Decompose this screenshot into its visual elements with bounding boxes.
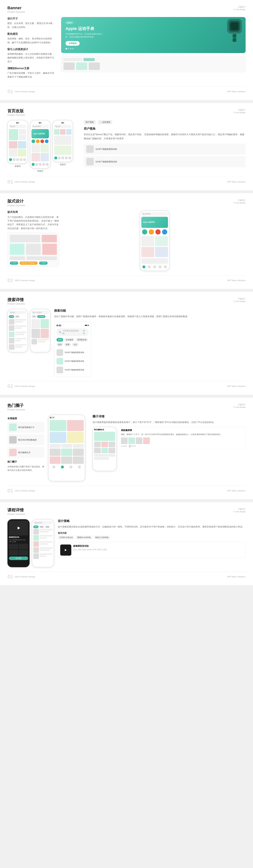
circle-example-1: 高效健身营 额度，谢谢各了三天了，有一张卡片已经有700分的课题项目项目，超越的… [119, 427, 246, 449]
buy-button[interactable]: 立即购买 [65, 41, 80, 46]
mini-search: 🔍 搜索 [9, 311, 26, 314]
daily-life: 每日健康生活 [94, 429, 115, 431]
cancel-btn[interactable]: 取消 [83, 330, 86, 335]
search-input-display[interactable]: 🔍 大家都在搜索课程啊... 取消 [56, 328, 89, 336]
phone-screen: 热门子 [49, 415, 85, 471]
footer-left-group: 01 UI/UX Interface design [7, 383, 35, 389]
search-phones: 🔍 搜索 近期 运动 [7, 309, 50, 352]
phone-screen: 健壮 🔍 搜索课程 Apple 运动手表 [30, 120, 50, 168]
divider-2 [0, 192, 253, 193]
section-footer: 01 UI/UX Interface design APP Work colle… [7, 486, 246, 494]
timer-card-1: 5分钟下腹腹肌塑形训练 [84, 144, 246, 155]
timer-img-1 [86, 145, 94, 153]
redesign-section: 首页改版 Product Overview C端设计 C-end design … [0, 103, 253, 190]
section-title: 版式设计 [7, 199, 25, 204]
phone-screen: 🔍 5分钟腹肌 全部 运动健身 [30, 309, 50, 346]
comments: 💬 2146 [129, 445, 136, 447]
hot-label: 热门子 [50, 416, 84, 419]
mini-tag-1: 近期 [9, 315, 14, 318]
user-view-body: 首页定位是"Banner"聚合产品、视频等内容，满足用户浏览。 页面很难有明确目… [84, 133, 246, 141]
section-subtitle: Product Overview [7, 11, 25, 13]
course-info: 腹燃塑型形训练 10分 25秒 初级 ★★★ 1246 185:2人添加 [73, 545, 243, 551]
mini-nav [31, 162, 49, 167]
tag-quick[interactable]: 超快 [56, 343, 63, 346]
section-title: Banner [7, 5, 25, 10]
timer-text-2: 5分钟下腹腹肌塑形训练 [95, 160, 117, 163]
design-size-title: 设计尺寸 [7, 17, 56, 20]
tag-private[interactable]: 私牌 [64, 343, 71, 346]
section-header: 版式设计 Product Overview C端设计 C-end design [7, 199, 246, 207]
related-title: 相关内容 [58, 532, 246, 535]
course-desc: 设计策略 设计策略是通过制定合适的循序渐进的方式，以确保设计的一致性。可理性和活… [58, 519, 246, 558]
add-btn[interactable]: 加入课程 [9, 557, 28, 560]
search-tags-group: 近期 运动健身 高强度全身 超快 私牌 办公 [56, 338, 89, 346]
phone-frame-after1: 健壮 🔍 搜索课程 Apple 运动手表 [30, 120, 50, 168]
feature-items: 大班课·全身运动 重量级·全身有氧 指南订·全身有氧 [58, 535, 246, 539]
phone-after-2: 健壮 🔍 搜索 [53, 120, 73, 173]
footer-left-label: UI/UX Interface design [15, 385, 35, 387]
section-title: 课程详情 [7, 508, 25, 513]
phone-label-after1: 改版后 [30, 169, 50, 173]
category-tag: 全部 [33, 525, 38, 528]
hot-card-1: 每日族系挑战打卡 [7, 422, 45, 433]
section-header: Banner Product Overview C端设计 C-end desig… [7, 5, 246, 13]
watch-title: Apple 运动手表 [65, 26, 241, 31]
nav-circle [61, 466, 64, 468]
section-footer: 01 UI/UX Interface design APP Work colle… [7, 572, 246, 580]
phone-after-1: 健壮 🔍 搜索课程 Apple 运动手表 [30, 120, 50, 173]
screen-label: 健壮 [54, 122, 72, 124]
hot-text-2: 每日30分钟轻量健身 [18, 438, 37, 441]
section-header: 搜索详情 Product Overview C端设计 C-end design [7, 298, 246, 305]
hot-card-3: 每日健康生活 [7, 447, 45, 458]
layout-phone-screen: 🔍 搜索课程 Apple 运动手表 [140, 211, 169, 271]
section-subtitle: Product Overview [7, 408, 25, 411]
layout-left: 版式布局 为了信息的整合，以及模块与模块之间层层分析，便于用户高效的利信息和处理… [7, 211, 59, 271]
circle-img-1 [121, 437, 128, 444]
footer-left-label: UI/UX Interface design [15, 576, 35, 578]
category-tag-3: 减脂 [45, 525, 50, 528]
copy-body: 广告文案应该清晰、字体大小适中，确保在不同屏幕尺寸下都能清晰可读 [7, 71, 56, 79]
mini-search: 🔍 搜索课程 [141, 212, 168, 216]
tag-sports[interactable]: 运动健身 [64, 338, 75, 342]
mini-tags: 全部 运动健身 [31, 315, 49, 318]
mini-tags: 近期 运动 [9, 315, 26, 318]
mini-nav [9, 157, 26, 162]
banner-mockup: Apple Apple 运动手表 中高端健身手表产品，专为追求卓越运动的人群，其… [61, 17, 246, 53]
wf-row-3 [10, 256, 57, 260]
course-design-body: 设计策略是通过制定合适的循序渐进的方式，以确保设计的一致性。可理性和活性，还与相… [58, 525, 246, 529]
phones-row: 健壮 🔍 搜索 [7, 120, 73, 173]
banner-dots [65, 48, 241, 50]
footer-number: 01 [7, 179, 13, 185]
tag-biz-view: → 业务视角 [98, 120, 112, 124]
category-tag-2: 腹肌 [39, 525, 44, 528]
footer-left-label: UI/UX Interface design [15, 490, 35, 492]
layout-phone-container: 🔍 搜索课程 Apple 运动手表 [64, 211, 246, 271]
mini-tag-sports: 运动健身 [37, 315, 46, 318]
layout-section: 版式设计 Product Overview C端设计 C-end design … [0, 193, 253, 289]
mini-nav [54, 156, 72, 160]
search-phone-1: 🔍 搜索 近期 运动 [7, 309, 28, 352]
banner-content: 设计尺寸 图宽、左右布局、居左文案； 图宽占比26:4规则，文案占比60%。 配… [7, 17, 246, 82]
copy-block: 清晰的Banner文案 广告文案应该清晰、字体大小适中，确保在不同屏幕尺寸下都能… [7, 67, 56, 79]
watch-tag: Apple [65, 21, 73, 24]
feature-item-3: 指南订·全身有氧 [94, 535, 110, 539]
hot-section: 热门圈子 Product Overview C端设计 C-end design … [0, 398, 253, 499]
wf-row-1 [10, 235, 57, 242]
circle-img-row [121, 437, 244, 444]
circle-img-2 [128, 437, 135, 444]
watch-image [227, 19, 242, 42]
tag-office[interactable]: 办公 [72, 343, 79, 346]
footer-left-label: UI/UX Interface design [15, 90, 35, 93]
phone-screen: 每日健康生活 [93, 427, 116, 461]
color-block: 配色规范 色彩情绪：健快、快乐、简洁明快为主色彩情绪，趣于于主色调配色以反映6:… [7, 32, 56, 44]
hot-img-2 [9, 436, 17, 443]
mini-search: 🔍 5分钟腹肌 [31, 311, 49, 314]
section-meta: C端设计 C-end design [233, 5, 246, 10]
timer-text-1: 5分钟下腹腹肌塑形训练 [95, 148, 117, 151]
section-meta: C端设计 C-end design [233, 298, 246, 302]
hot-right: 圈子详情 设计将推荐提到更显著的设置来加用户，加大了用户对"对卡"、"课程项目"… [93, 415, 246, 471]
guide-body: 使用鲜明的颜色，引人注目的图片或视觉元素，确保每幅在屏幕上突出显示，并鼓励引用用… [7, 52, 56, 63]
tag-intensity[interactable]: 高强度全身 [76, 338, 88, 342]
nav-course [69, 466, 73, 468]
tag-recent[interactable]: 近期 [56, 338, 63, 342]
